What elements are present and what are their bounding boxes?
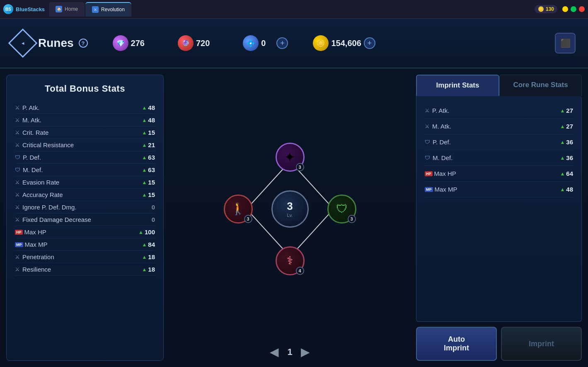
mp-badge: MP bbox=[15, 242, 23, 247]
right-pdef-value: ▲36 bbox=[560, 139, 573, 146]
center-level-display: 3 Lv. bbox=[271, 190, 309, 228]
fixeddmg-label: Fixed Damage Decrease bbox=[22, 216, 152, 223]
rune-left[interactable]: 🚶 3 bbox=[224, 194, 253, 224]
minimize-button[interactable] bbox=[562, 6, 568, 12]
exit-button[interactable]: ⬛ bbox=[555, 33, 576, 53]
total-bonus-stats-panel: Total Bonus Stats ⚔ P. Atk. ▲48 ⚔ M. Atk… bbox=[6, 75, 164, 361]
center-level-text: Lv. bbox=[287, 213, 293, 218]
rune-diagram: ✦ 3 🚶 3 3 Lv. bbox=[174, 77, 406, 341]
coins-display: 🪙 130 bbox=[535, 5, 557, 13]
hp-badge: HP bbox=[15, 230, 23, 235]
page-number: 1 bbox=[287, 347, 292, 357]
top-nav: ◄ Runes ? 💎 276 🔮 720 💠 0 + 🪙 154,606 + … bbox=[0, 19, 588, 68]
critrate-label: Crit. Rate bbox=[22, 129, 142, 136]
coin-count: 130 bbox=[546, 6, 554, 12]
bluestacks-logo-area: BS BlueStacks bbox=[3, 4, 45, 14]
evasion-label: Evasion Rate bbox=[22, 179, 142, 186]
maxhp-label: Max HP bbox=[24, 228, 139, 236]
ignore-value: 0 bbox=[152, 204, 155, 211]
purple-currency-count: 276 bbox=[131, 39, 145, 48]
right-pdef-label: P. Def. bbox=[433, 139, 560, 146]
critres-label: Critical Resistance bbox=[22, 141, 142, 148]
help-button[interactable]: ? bbox=[79, 39, 88, 48]
penetration-icon: ⚔ bbox=[15, 254, 20, 260]
right-hp-badge: HP bbox=[425, 171, 433, 176]
right-matk-icon: ⚔ bbox=[425, 123, 430, 129]
right-stat-patk: ⚔ P. Atk. ▲27 bbox=[425, 103, 573, 119]
right-panel: Imprint Stats Core Rune Stats ⚔ P. Atk. … bbox=[416, 75, 582, 361]
center-level-num: 3 bbox=[287, 200, 293, 213]
right-patk-value: ▲27 bbox=[560, 107, 573, 114]
matk-label: M. Atk. bbox=[22, 117, 142, 124]
imprint-stats-tab[interactable]: Imprint Stats bbox=[416, 75, 499, 96]
rune-bottom-badge: 4 bbox=[296, 267, 304, 275]
tab-revolution[interactable]: ⚔ Revolution bbox=[85, 2, 131, 17]
patk-value: ▲48 bbox=[142, 104, 155, 111]
bluestacks-icon: BS bbox=[3, 4, 13, 14]
stat-row-matk: ⚔ M. Atk. ▲48 bbox=[15, 114, 155, 126]
title-bar-right: 🪙 130 bbox=[535, 5, 585, 13]
auto-imprint-button[interactable]: AutoImprint bbox=[416, 327, 497, 361]
right-maxmp-value: ▲48 bbox=[560, 186, 573, 193]
gold-coin-icon: 🪙 bbox=[313, 35, 329, 51]
rune-right[interactable]: 🛡 3 bbox=[327, 194, 356, 224]
right-maxhp-label: Max HP bbox=[434, 170, 560, 177]
maxmp-value: ▲84 bbox=[142, 241, 155, 248]
right-stat-maxmp: MP Max MP ▲48 bbox=[425, 182, 573, 197]
stat-row-resilience: ⚔ Resilience ▲18 bbox=[15, 263, 155, 276]
fixeddmg-icon: ⚔ bbox=[15, 216, 20, 223]
core-rune-stats-tab[interactable]: Core Rune Stats bbox=[499, 75, 582, 96]
stat-row-accuracy: ⚔ Accuracy Rate ▲15 bbox=[15, 189, 155, 201]
right-stat-maxhp: HP Max HP ▲64 bbox=[425, 166, 573, 182]
add-gold-button[interactable]: + bbox=[364, 37, 375, 49]
pdef-icon: 🛡 bbox=[15, 154, 20, 160]
close-button[interactable] bbox=[579, 6, 585, 12]
mdef-label: M. Def. bbox=[23, 166, 142, 173]
window-controls bbox=[562, 6, 585, 12]
purple-currency-group: 💎 276 bbox=[113, 35, 153, 51]
rune-top[interactable]: ✦ 3 bbox=[276, 143, 305, 172]
right-stat-mdef: 🛡 M. Def. ▲36 bbox=[425, 150, 573, 166]
right-mdef-label: M. Def. bbox=[433, 154, 560, 161]
red-orb-icon: 🔮 bbox=[178, 35, 194, 51]
gold-group: 🪙 154,606 + bbox=[313, 35, 375, 51]
blue-currency-group: 💠 0 + bbox=[243, 35, 288, 51]
diagram-container: ✦ 3 🚶 3 3 Lv. bbox=[211, 130, 369, 288]
mdef-value: ▲63 bbox=[142, 166, 155, 173]
red-currency-group: 🔮 720 bbox=[178, 35, 218, 51]
right-matk-label: M. Atk. bbox=[432, 123, 560, 130]
imprint-button[interactable]: Imprint bbox=[501, 327, 582, 361]
ignore-label: Ignore P. Def. Dmg. bbox=[22, 204, 152, 211]
stat-row-patk: ⚔ P. Atk. ▲48 bbox=[15, 102, 155, 114]
panel-title: Total Bonus Stats bbox=[15, 83, 155, 94]
right-mdef-value: ▲36 bbox=[560, 154, 573, 161]
pagination: ◀ 1 ▶ bbox=[270, 345, 310, 359]
stat-row-evasion: ⚔ Evasion Rate ▲15 bbox=[15, 176, 155, 189]
add-blue-currency-button[interactable]: + bbox=[276, 37, 288, 49]
right-patk-label: P. Atk. bbox=[432, 107, 560, 114]
rune-bottom[interactable]: ⚕ 4 bbox=[276, 246, 305, 275]
rune-bottom-icon: ⚕ bbox=[287, 254, 293, 267]
maxmp-label: Max MP bbox=[25, 241, 142, 248]
home-tab-icon: 🏠 bbox=[56, 6, 62, 12]
maximize-button[interactable] bbox=[571, 6, 576, 12]
mdef-icon: 🛡 bbox=[15, 167, 20, 173]
right-patk-icon: ⚔ bbox=[425, 107, 430, 114]
ignore-icon: ⚔ bbox=[15, 204, 20, 210]
evasion-value: ▲15 bbox=[142, 179, 155, 186]
purple-orb-icon: 💎 bbox=[113, 35, 128, 51]
gold-count: 154,606 bbox=[331, 39, 361, 48]
prev-page-button[interactable]: ◀ bbox=[270, 345, 279, 359]
runes-back-button[interactable]: ◄ bbox=[8, 29, 38, 58]
bluestacks-brand: BlueStacks bbox=[16, 6, 45, 12]
tab-home[interactable]: 🏠 Home bbox=[49, 2, 85, 17]
red-currency-count: 720 bbox=[196, 39, 210, 48]
rune-right-badge: 3 bbox=[348, 215, 356, 223]
fixeddmg-value: 0 bbox=[152, 216, 155, 223]
next-page-button[interactable]: ▶ bbox=[301, 345, 310, 359]
accuracy-icon: ⚔ bbox=[15, 192, 20, 198]
stat-row-maxmp: MP Max MP ▲84 bbox=[15, 238, 155, 251]
stat-row-mdef: 🛡 M. Def. ▲63 bbox=[15, 164, 155, 176]
runes-title: Runes bbox=[38, 36, 74, 50]
matk-icon: ⚔ bbox=[15, 117, 20, 123]
